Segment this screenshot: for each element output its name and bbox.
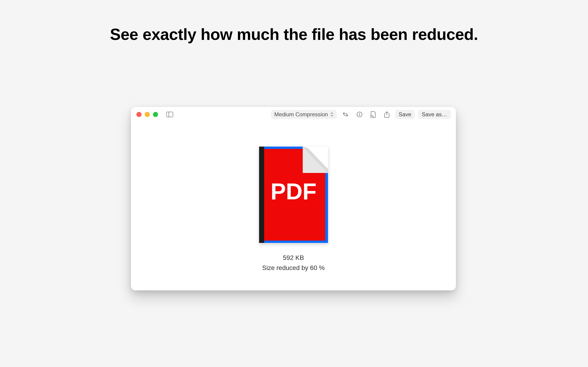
- window-titlebar: Medium Compression: [131, 107, 456, 122]
- app-window: Medium Compression: [131, 107, 456, 290]
- share-icon: [384, 111, 389, 118]
- compression-select-label: Medium Compression: [274, 111, 328, 118]
- svg-rect-0: [166, 112, 173, 117]
- page-headline: See exactly how much the file has been r…: [110, 25, 478, 44]
- chevrons-up-down-icon: [330, 112, 334, 117]
- minimize-window-button[interactable]: [145, 112, 150, 117]
- svg-point-6: [372, 116, 372, 117]
- toggle-sidebar-button[interactable]: [166, 112, 173, 117]
- compression-select[interactable]: Medium Compression: [271, 110, 337, 119]
- share-button[interactable]: [382, 110, 392, 119]
- toolbar: Medium Compression: [271, 107, 451, 122]
- window-content: PDF 592 KB Size reduced by 60 %: [131, 122, 456, 290]
- zoom-window-button[interactable]: [153, 112, 158, 117]
- traffic-lights: [137, 112, 158, 117]
- close-window-button[interactable]: [137, 112, 141, 117]
- revert-button[interactable]: [340, 111, 351, 118]
- info-button[interactable]: [354, 110, 365, 118]
- svg-point-3: [359, 113, 360, 114]
- sidebar-icon: [166, 112, 173, 117]
- file-size-label: 592 KB: [131, 254, 456, 261]
- svg-rect-4: [359, 114, 360, 116]
- reduction-label: Size reduced by 60 %: [131, 264, 456, 272]
- pdf-badge-text: PDF: [271, 178, 317, 204]
- save-button[interactable]: Save: [395, 110, 415, 119]
- svg-rect-9: [259, 147, 264, 243]
- page-settings-button[interactable]: [368, 110, 379, 119]
- swap-arrows-icon: [342, 112, 349, 117]
- page-gear-icon: [370, 111, 376, 118]
- pdf-file-icon: PDF: [259, 147, 328, 243]
- save-as-button[interactable]: Save as…: [418, 110, 451, 119]
- info-icon: [356, 111, 363, 117]
- pdf-document-icon: PDF: [259, 147, 328, 243]
